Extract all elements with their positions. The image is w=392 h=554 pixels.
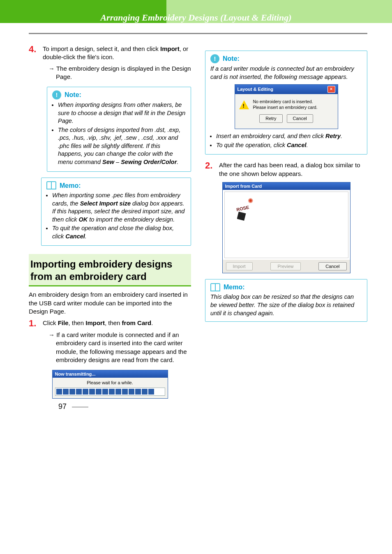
text: . (85, 233, 87, 240)
note-bullet: When importing designs from other makers… (58, 101, 186, 125)
section-intro: An embroidery design from an embroidery … (29, 291, 191, 316)
memo-bullet: To quit the operation and close the dial… (52, 224, 186, 240)
step-text: To import a design, select it, and then … (43, 45, 191, 62)
text: . (341, 133, 342, 139)
bold: Import (85, 319, 105, 326)
step-2: 2. After the card has been read, a dialo… (205, 161, 367, 178)
memo-callout-2: Memo: This dialog box can be resized so … (205, 279, 367, 322)
text: . (307, 142, 308, 148)
page-number: 97 (58, 402, 88, 411)
bold: Sew (102, 159, 114, 165)
bold: from Card (122, 319, 152, 326)
bold: Cancel (287, 142, 307, 148)
note-icon: ! (52, 90, 61, 99)
page-number-rule (72, 407, 88, 407)
text: , then (69, 319, 86, 326)
cancel-button[interactable]: Cancel (318, 262, 346, 270)
import-button[interactable]: Import (226, 262, 253, 270)
note-label: Note: (65, 90, 81, 99)
bold: Retry (325, 133, 341, 139)
dialog-message: Please insert an embroidery card. (253, 105, 318, 111)
retry-button[interactable]: Retry (259, 114, 282, 123)
note-icon: ! (210, 54, 219, 63)
memo-bullet: When importing some .pec files from embr… (52, 192, 186, 224)
memo-label: Memo: (224, 283, 245, 292)
memo-text: This dialog box can be resized so that t… (210, 293, 362, 317)
text: to import the embroidery design. (88, 216, 175, 223)
text: . (151, 319, 153, 326)
text: , then (105, 319, 122, 326)
sun-design-icon[interactable]: ✺ (248, 197, 253, 205)
step-number: 2. (205, 161, 219, 170)
close-icon[interactable]: × (327, 86, 335, 93)
bold: Select Import size (80, 200, 131, 207)
cancel-button[interactable]: Cancel (287, 114, 313, 123)
chapter-title: Arranging Embroidery Designs (Layout & E… (0, 12, 392, 23)
bold: File (58, 319, 69, 326)
text: – (114, 159, 121, 165)
text: Insert an embroidery card, and then clic… (216, 133, 325, 139)
bold: Import (160, 45, 180, 52)
right-column: ! Note: If a card writer module is conne… (205, 45, 367, 399)
memo-label: Memo: (60, 181, 81, 190)
step-text: After the card has been read, a dialog b… (219, 161, 367, 178)
text: To quit the operation, click (216, 142, 287, 148)
memo-callout-1: Memo: When importing some .pec files fro… (41, 178, 191, 246)
step-1: 1. Click File, then Import, then from Ca… (29, 319, 191, 328)
bold: Sewing Order/Color (121, 159, 177, 165)
warning-icon (239, 100, 249, 109)
step-4-result: The embroidery design is displayed in th… (48, 65, 191, 81)
memo-icon (46, 181, 56, 189)
import-from-card-dialog: Import from Card ✺ ROSE Import Preview C… (222, 182, 350, 273)
section-heading: Importing embroidery designs from an emb… (29, 254, 191, 286)
dialog-message: Please wait for a while. (55, 380, 165, 385)
import-design-area[interactable]: ✺ ROSE (224, 192, 348, 258)
chapter-header: Arranging Embroidery Designs (Layout & E… (0, 0, 392, 23)
text: . (177, 159, 178, 165)
text: Click (43, 319, 58, 326)
header-rule (29, 33, 367, 34)
progress-bar (55, 388, 165, 396)
text: To import a design, select it, and then … (43, 45, 160, 52)
memo-icon (210, 283, 220, 291)
note-bullet: To quit the operation, click Cancel. (216, 141, 362, 150)
page-number-value: 97 (58, 402, 67, 411)
flower-design-icon[interactable] (237, 212, 246, 221)
dialog-title: Layout & Editing (238, 86, 273, 92)
note-callout-1: ! Note: When importing designs from othe… (47, 87, 191, 172)
bold: OK (78, 216, 88, 223)
note-bullet: Insert an embroidery card, and then clic… (216, 132, 362, 141)
preview-button[interactable]: Preview (270, 262, 300, 270)
step-number: 1. (29, 319, 43, 328)
note-intro: If a card writer module is connected but… (210, 65, 362, 81)
step-4: 4. To import a design, select it, and th… (29, 45, 191, 62)
no-card-dialog: Layout & Editing × No embroidery card is… (235, 84, 338, 129)
dialog-message: No embroidery card is inserted. (253, 99, 318, 105)
note-label: Note: (223, 54, 240, 63)
dialog-title: Import from Card (223, 182, 350, 190)
note-callout-2: ! Note: If a card writer module is conne… (205, 51, 367, 155)
step-1-result: If a card writer module is connected and… (48, 331, 191, 364)
transmitting-dialog: Now transmitting... Please wait for a wh… (52, 370, 168, 399)
note-bullet: The colors of designs imported from .dst… (58, 126, 186, 166)
step-number: 4. (29, 45, 43, 54)
left-column: 4. To import a design, select it, and th… (29, 45, 191, 399)
dialog-title: Now transmitting... (53, 370, 168, 378)
rose-design-label[interactable]: ROSE (236, 205, 249, 212)
bold: Cancel (65, 233, 85, 240)
step-text: Click File, then Import, then from Card. (43, 319, 191, 327)
